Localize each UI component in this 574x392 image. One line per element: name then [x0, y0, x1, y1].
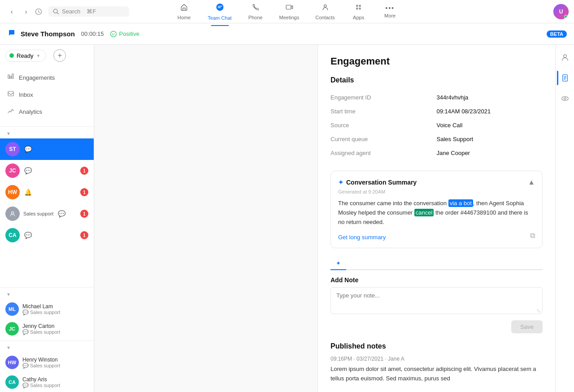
field-value-engagement-id: 344r4vhvhja	[437, 90, 543, 104]
field-value-current-queue: Sales Support	[437, 132, 543, 146]
save-note-button[interactable]: Save	[511, 320, 543, 333]
conversation-item-active[interactable]: ST 💬	[0, 138, 94, 160]
conv-chat-icon-3: 🔔	[24, 189, 32, 196]
conversation-item-4[interactable]: Sales support 💬 1	[0, 203, 94, 224]
summary-text-before: The consumer came into the conversation	[338, 200, 448, 207]
search-shortcut: ⌘F	[87, 8, 96, 15]
nav-item-more[interactable]: ••• More	[374, 2, 406, 21]
conv-avatar-4	[5, 207, 20, 221]
agent-info-jenny: Jenny Carton 💬 Sales support	[22, 323, 60, 335]
sidebar-item-analytics[interactable]: Analytics	[0, 103, 94, 120]
inbox-icon	[7, 90, 14, 99]
engagement-title: Engagement	[330, 56, 543, 67]
agent-item-michael[interactable]: ML Michael Lam 💬 Sales support	[0, 299, 94, 319]
status-dot	[9, 53, 14, 58]
nav-item-meetings[interactable]: Meetings	[271, 0, 308, 23]
nav-label-teamchat: Team Chat	[208, 15, 231, 21]
agent-name-jenny: Jenny Carton	[22, 323, 60, 329]
conv-avatar-2: JC	[5, 164, 20, 178]
nav-item-teamchat[interactable]: Team Chat	[200, 0, 239, 23]
search-bar[interactable]: Search ⌘F	[48, 6, 129, 17]
agent-avatar-henry: HW	[5, 356, 19, 369]
teamchat-icon	[215, 3, 224, 14]
conv-badge-4: 1	[80, 210, 88, 218]
chevron-down-icon: ▼	[36, 53, 41, 58]
call-timer: 00:00:15	[81, 30, 104, 37]
section-toggle-2[interactable]: ▾	[0, 289, 94, 299]
nav-item-home[interactable]: Home	[168, 0, 200, 23]
agent-queue-cathy: 💬 Sales support	[22, 383, 60, 388]
section-toggle-3[interactable]: ▾	[0, 343, 94, 353]
summary-card: ✦ Conversation Summary ▲ Generated at 9:…	[330, 171, 543, 248]
online-indicator	[564, 15, 568, 19]
agent-name-michael: Michael Lam	[22, 303, 60, 310]
agent-queue-michael: 💬 Sales support	[22, 310, 60, 315]
chat-icon-sm-3: 💬	[22, 363, 29, 369]
right-icon-document[interactable]	[558, 71, 572, 85]
beta-badge: BETA	[547, 30, 567, 38]
agent-info-michael: Michael Lam 💬 Sales support	[22, 303, 60, 315]
resize-handle: ⤡	[536, 308, 541, 314]
field-value-start-time: 09:14AM 08/23/2021	[437, 104, 543, 118]
status-dropdown[interactable]: Ready ▼	[5, 50, 46, 62]
conv-chat-icon-2: 💬	[24, 167, 32, 174]
conv-badge-5: 1	[80, 231, 88, 239]
active-chat-icon	[7, 28, 16, 39]
agent-item-jenny[interactable]: JC Jenny Carton 💬 Sales support	[0, 319, 94, 339]
svg-point-6	[113, 33, 113, 34]
field-value-assigned-agent: Jane Cooper	[437, 146, 543, 160]
nav-label-home: Home	[178, 15, 191, 20]
svg-point-5	[111, 31, 117, 37]
nav-label-contacts: Contacts	[315, 15, 335, 20]
conversation-item-3[interactable]: HW 🔔 1	[0, 181, 94, 203]
nav-center: Home Team Chat Phone Meetings Contacts	[168, 0, 405, 23]
nav-item-apps[interactable]: Apps	[343, 0, 374, 23]
summary-highlight-cancel: cancel	[414, 209, 434, 216]
summary-header: ✦ Conversation Summary ▲	[338, 178, 535, 186]
history-button[interactable]	[32, 5, 45, 18]
copy-button[interactable]: ⧉	[530, 232, 535, 240]
agent-item-cathy[interactable]: CA Cathy Aris 💬 Sales support	[0, 372, 94, 392]
right-panel-content: Engagement Details Engagement ID 344r4vh…	[318, 45, 555, 392]
apps-icon	[355, 3, 363, 13]
conv-avatar-5: CA	[5, 228, 20, 242]
nav-back-button[interactable]: ‹	[5, 5, 18, 18]
conv-label-4: Sales support	[23, 211, 53, 216]
note-meta-1: 09:16PM · 03/27/2021 · Jane A	[330, 356, 543, 362]
nav-item-phone[interactable]: Phone	[240, 0, 271, 23]
tab-notes[interactable]: ✦	[330, 257, 346, 270]
chevron-up-icon[interactable]: ▲	[528, 178, 535, 186]
agent-queue-henry: 💬 Sales support	[22, 363, 60, 369]
agent-item-henry[interactable]: HW Henry Winston 💬 Sales support	[0, 353, 94, 372]
tab-bar: ✦	[330, 257, 543, 270]
right-panel: Engagement Details Engagement ID 344r4vh…	[317, 45, 555, 392]
agent-avatar-michael: ML	[5, 302, 19, 316]
nav-item-contacts[interactable]: Contacts	[307, 0, 343, 23]
conv-chat-icon-5: 💬	[24, 232, 32, 239]
section-toggle-1[interactable]: ▾	[0, 129, 94, 138]
sentiment-indicator: Positive	[110, 30, 139, 38]
summary-title: ✦ Conversation Summary	[338, 179, 417, 186]
svg-rect-3	[286, 5, 291, 9]
conversation-item-5[interactable]: CA 💬 1	[0, 224, 94, 246]
add-note-label: Add Note	[330, 276, 543, 284]
svg-point-7	[114, 33, 115, 34]
nav-label-meetings: Meetings	[279, 15, 300, 20]
right-icon-eye[interactable]	[558, 91, 572, 106]
user-avatar[interactable]: U	[553, 4, 569, 19]
chat-icon-sm: 💬	[22, 310, 29, 315]
right-icon-person[interactable]	[558, 50, 572, 65]
summary-title-text: Conversation Summary	[346, 179, 417, 186]
sentiment-label: Positive	[119, 30, 139, 37]
agent-avatar-cathy: CA	[5, 375, 19, 389]
nav-forward-button[interactable]: ›	[20, 5, 32, 18]
sidebar-item-inbox[interactable]: Inbox	[0, 86, 94, 103]
get-long-summary-link[interactable]: Get long summary	[338, 234, 386, 241]
add-button[interactable]: +	[53, 49, 66, 62]
agent-name-cathy: Cathy Aris	[22, 376, 60, 383]
conversation-item-2[interactable]: JC 💬 1	[0, 160, 94, 181]
note-textarea[interactable]	[330, 287, 543, 314]
right-icons-panel	[555, 45, 574, 392]
nav-label-more: More	[384, 13, 396, 18]
sidebar-item-engagements[interactable]: Engagements	[0, 69, 94, 86]
